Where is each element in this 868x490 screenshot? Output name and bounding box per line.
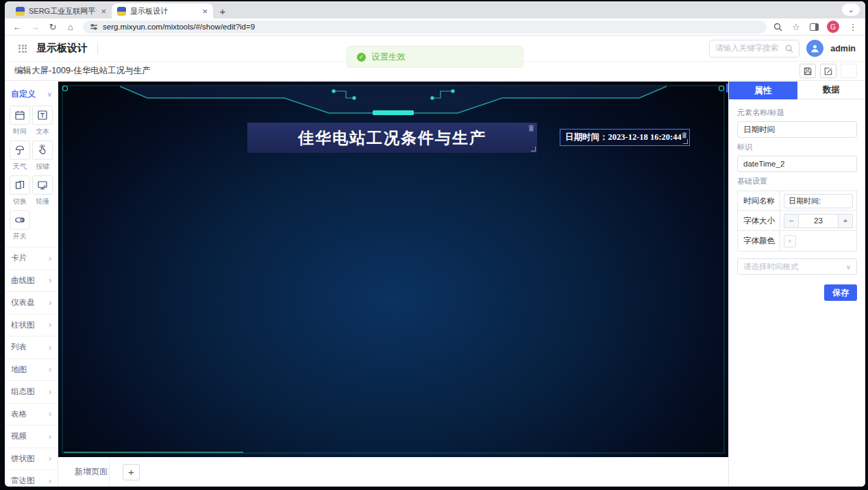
screen-title-text: 佳华电站工况条件与生产 xyxy=(298,127,486,149)
category-list: 卡片› 曲线图› 仪表盘› 柱状图› 列表› 地图› 组态图› 表格› 视频› … xyxy=(5,247,58,487)
site-settings-icon[interactable] xyxy=(90,23,98,31)
sidebar-item-table[interactable]: 表格› xyxy=(5,403,58,426)
success-toast: ✓ 设置生效 xyxy=(347,46,523,68)
basic-settings-label: 基础设置 xyxy=(737,176,857,186)
time-name-label: 时间名称 xyxy=(738,191,780,210)
sidebar-item-gauge[interactable]: 仪表盘› xyxy=(5,291,58,314)
tab-title: SERG工业互联网平台 xyxy=(29,6,97,16)
kebab-menu-icon[interactable]: ⋮ xyxy=(847,22,858,32)
browser-window: SERG工业互联网平台 × 显示板设计 × + ⌄ ← → ↻ ⌂ serg.m… xyxy=(5,1,865,487)
home-icon[interactable]: ⌂ xyxy=(65,22,76,32)
toast-message: 设置生效 xyxy=(371,51,406,63)
resize-handle[interactable] xyxy=(531,147,536,151)
table-row: 时间名称 日期时间: xyxy=(738,191,856,211)
bookmark-star-icon[interactable]: ☆ xyxy=(791,22,802,32)
edit-screen-button[interactable] xyxy=(820,64,836,78)
new-tab-button[interactable]: + xyxy=(216,4,230,18)
tab-data[interactable]: 数据 xyxy=(797,82,866,99)
url-text: serg.mixyun.com/mixtools/#/show/edit?id=… xyxy=(103,23,255,31)
chevron-right-icon: › xyxy=(49,365,51,374)
chevron-right-icon: › xyxy=(49,476,51,486)
browser-tabstrip: SERG工业互联网平台 × 显示板设计 × + ⌄ xyxy=(5,1,865,19)
sidebar-item-bar-chart[interactable]: 柱状图› xyxy=(5,314,58,336)
sidebar-group-custom[interactable]: 自定义 ∨ xyxy=(5,82,58,104)
search-placeholder: 请输入关键字搜索 xyxy=(715,43,781,53)
color-swatch-empty[interactable]: × xyxy=(784,235,796,247)
chevron-right-icon: › xyxy=(49,454,51,463)
tab-attributes[interactable]: 属性 xyxy=(729,82,797,99)
chevron-down-icon: ∨ xyxy=(846,263,851,271)
edit-pencil-icon xyxy=(824,67,832,75)
browser-tab-designer[interactable]: 显示板设计 × xyxy=(112,3,213,19)
page-title: 显示板设计 xyxy=(36,42,88,55)
design-canvas[interactable]: 佳华电站工况条件与生产 日期时间：2023-12-18 16:20:44 xyxy=(58,82,728,457)
identifier-label: 标识 xyxy=(737,142,857,152)
forward-icon[interactable]: → xyxy=(29,22,40,32)
search-icon xyxy=(785,45,793,53)
save-button[interactable]: 保存 xyxy=(824,284,857,301)
datetime-widget-selected[interactable]: 日期时间：2023-12-18 16:20:44 xyxy=(560,129,690,146)
stepper-plus-button[interactable]: + xyxy=(838,214,853,228)
press-icon xyxy=(32,140,53,160)
sidebar-item-scada[interactable]: 组态图› xyxy=(5,380,58,403)
text-icon xyxy=(32,106,53,125)
user-avatar[interactable] xyxy=(806,40,823,57)
identifier-input[interactable]: dateTime_2 xyxy=(737,156,857,172)
sidebar-item-video[interactable]: 视频› xyxy=(5,425,58,448)
widget-item-text[interactable]: 文本 xyxy=(32,106,55,136)
trash-icon[interactable] xyxy=(682,132,687,138)
sidebar-item-line-chart[interactable]: 曲线图› xyxy=(5,269,58,292)
screen-title-widget[interactable]: 佳华电站工况条件与生产 xyxy=(247,123,537,153)
font-size-value[interactable]: 23 xyxy=(799,214,838,228)
resize-handle[interactable] xyxy=(683,139,688,144)
stepper-minus-button[interactable]: − xyxy=(784,214,799,228)
favicon xyxy=(117,7,126,16)
save-screen-button[interactable] xyxy=(799,64,816,78)
widget-item-weather[interactable]: 天气 xyxy=(8,140,32,171)
components-sidebar: 自定义 ∨ 时间 xyxy=(5,82,58,487)
calendar-icon xyxy=(10,106,30,125)
element-name-input[interactable]: 日期时间 xyxy=(737,121,857,138)
chevron-right-icon: › xyxy=(49,387,51,397)
canvas-scrollbar[interactable] xyxy=(726,84,728,93)
time-name-input[interactable]: 日期时间: xyxy=(784,194,853,208)
datetime-label: 日期时间： xyxy=(565,132,608,142)
widget-item-press[interactable]: 按键 xyxy=(32,140,55,171)
browser-profile-avatar[interactable]: G xyxy=(827,21,839,33)
time-format-select[interactable]: 请选择时间格式 ∨ xyxy=(737,258,857,275)
widget-item-switch[interactable]: 切换 xyxy=(8,175,32,206)
sidebar-item-list[interactable]: 列表› xyxy=(5,336,58,358)
close-icon[interactable]: × xyxy=(202,7,208,16)
side-panel-icon[interactable] xyxy=(810,23,819,31)
keyword-search-input[interactable]: 请输入关键字搜索 xyxy=(709,40,799,58)
url-field[interactable]: serg.mixyun.com/mixtools/#/show/edit?id=… xyxy=(83,21,767,34)
widget-item-time[interactable]: 时间 xyxy=(8,106,32,136)
pages-bar: 新增页面 + xyxy=(58,457,728,487)
chevron-right-icon: › xyxy=(49,409,51,419)
apps-grid-icon[interactable] xyxy=(18,45,27,53)
widget-item-toggle[interactable]: 开关 xyxy=(8,210,32,241)
widget-item-carousel[interactable]: 轮播 xyxy=(32,175,55,206)
sidebar-item-card[interactable]: 卡片› xyxy=(5,247,58,269)
extra-toolbar-button[interactable] xyxy=(841,64,857,78)
zoom-icon[interactable] xyxy=(773,23,782,32)
sidebar-item-map[interactable]: 地图› xyxy=(5,358,58,381)
widget-grid: 时间 文本 天气 xyxy=(5,104,58,243)
tab-search-button[interactable]: ⌄ xyxy=(842,3,860,16)
chevron-right-icon: › xyxy=(49,298,51,308)
reload-icon[interactable]: ↻ xyxy=(47,22,58,32)
close-icon[interactable]: × xyxy=(101,7,106,16)
browser-tab-serg[interactable]: SERG工业互联网平台 × xyxy=(10,3,112,19)
add-page-button[interactable]: + xyxy=(123,464,140,480)
divider xyxy=(97,43,98,54)
trash-icon[interactable] xyxy=(528,125,534,132)
datetime-value: 2023-12-18 16:20:44 xyxy=(608,132,682,142)
font-size-stepper: − 23 + xyxy=(784,214,853,228)
breadcrumb: 编辑大屏-1009-佳华电站工况与生产 xyxy=(14,65,151,77)
check-circle-icon: ✓ xyxy=(357,53,366,62)
back-icon[interactable]: ← xyxy=(12,22,23,32)
element-name-label: 元素名称/标题 xyxy=(737,108,857,118)
sidebar-item-radar-chart[interactable]: 雷达图› xyxy=(5,469,58,487)
sidebar-item-pie-chart[interactable]: 饼状图› xyxy=(5,448,58,470)
carousel-icon xyxy=(32,175,53,195)
